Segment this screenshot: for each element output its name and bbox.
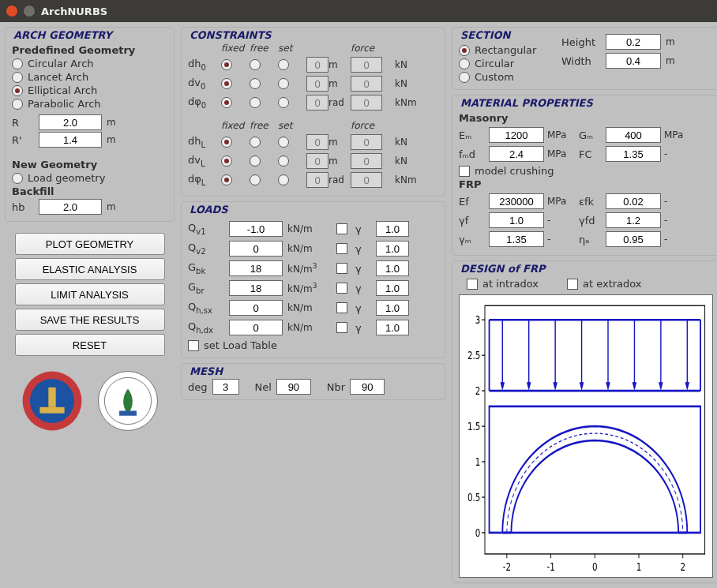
FC-input[interactable]	[606, 146, 661, 162]
load-gamma-input[interactable]	[376, 300, 409, 316]
constraints-hdr-free: free	[250, 120, 278, 131]
constraint-free-radio[interactable]	[250, 78, 261, 89]
constraint-set-radio[interactable]	[278, 78, 289, 89]
gfd-input[interactable]	[606, 212, 661, 228]
constraint-free-radio[interactable]	[250, 59, 261, 70]
load-value-input[interactable]	[229, 221, 283, 237]
load-value-input[interactable]	[229, 280, 283, 296]
radio-load-geometry[interactable]	[12, 173, 23, 184]
Em-input[interactable]	[489, 127, 544, 143]
constraint-set-radio[interactable]	[278, 59, 289, 70]
constraint-force-input[interactable]	[351, 134, 382, 150]
section-width-input[interactable]	[606, 53, 661, 69]
load-gamma-input[interactable]	[376, 260, 409, 276]
load-gamma-checkbox[interactable]	[336, 283, 347, 294]
R-input[interactable]	[39, 114, 102, 130]
radio-section-rect[interactable]	[459, 45, 470, 56]
intradox-checkbox[interactable]	[467, 279, 478, 290]
svg-rect-3	[39, 407, 64, 414]
constraint-fixed-radio[interactable]	[221, 174, 232, 185]
constraint-force-input[interactable]	[351, 172, 382, 188]
constraint-set-radio[interactable]	[278, 137, 289, 148]
constraint-fixed-radio[interactable]	[221, 137, 232, 148]
minimize-icon[interactable]	[24, 6, 35, 17]
Gm-unit: MPa	[664, 129, 685, 140]
constraint-set-input[interactable]	[306, 76, 328, 92]
constraint-set-radio[interactable]	[278, 155, 289, 167]
constraints-hdr-force: force	[351, 120, 395, 131]
fmd-input[interactable]	[489, 146, 544, 162]
mesh-deg-input[interactable]	[212, 379, 239, 395]
radio-parabolic-arch[interactable]	[12, 99, 23, 110]
constraint-fixed-radio[interactable]	[221, 155, 232, 167]
gf-input[interactable]	[489, 212, 544, 228]
load-value-input[interactable]	[229, 241, 283, 257]
constraints-hdr-set: set	[278, 120, 328, 131]
plot-geometry-button[interactable]: PLOT GEOMETRY	[15, 233, 165, 255]
close-icon[interactable]	[6, 6, 17, 17]
na-input[interactable]	[606, 231, 661, 247]
Gm-input[interactable]	[606, 127, 661, 143]
radio-elliptical-arch[interactable]	[12, 85, 23, 96]
load-value-input[interactable]	[229, 320, 283, 335]
extradox-checkbox[interactable]	[567, 279, 578, 290]
load-gamma-checkbox[interactable]	[336, 322, 347, 333]
load-gamma-input[interactable]	[376, 221, 409, 237]
load-gamma-label: γ	[355, 322, 373, 334]
radio-section-cust[interactable]	[459, 72, 470, 83]
radio-section-circ[interactable]	[459, 58, 470, 69]
load-unit: kN/m	[287, 243, 333, 254]
constraint-fixed-radio[interactable]	[221, 97, 232, 108]
load-gamma-checkbox[interactable]	[336, 302, 347, 313]
gm-input[interactable]	[489, 231, 544, 247]
section-width-label: Width	[561, 55, 601, 67]
constraint-free-radio[interactable]	[250, 174, 261, 185]
save-results-button[interactable]: SAVE THE RESULTS	[15, 309, 165, 331]
radio-parabolic-label: Parabolic Arch	[28, 98, 101, 110]
constraint-fixed-radio[interactable]	[221, 59, 232, 70]
radio-circular-arch[interactable]	[12, 58, 23, 69]
constraint-free-radio[interactable]	[250, 137, 261, 148]
radio-lancet-arch[interactable]	[12, 72, 23, 83]
load-gamma-input[interactable]	[376, 320, 409, 335]
Rp-input[interactable]	[39, 132, 102, 148]
constraint-set-input[interactable]	[306, 95, 328, 110]
hb-input[interactable]	[39, 199, 102, 215]
fmd-unit: MPa	[547, 148, 576, 159]
load-gamma-input[interactable]	[376, 241, 409, 257]
Ef-input[interactable]	[489, 193, 544, 209]
mesh-nel-input[interactable]	[276, 379, 311, 395]
load-gamma-checkbox[interactable]	[336, 243, 347, 254]
constraint-force-input[interactable]	[351, 95, 382, 110]
constraint-set-input[interactable]	[306, 57, 328, 73]
constraint-force-input[interactable]	[351, 76, 382, 92]
load-value-input[interactable]	[229, 260, 283, 276]
load-gamma-checkbox[interactable]	[336, 223, 347, 234]
limit-analysis-button[interactable]: LIMIT ANALYSIS	[15, 283, 165, 305]
constraint-set-input[interactable]	[306, 134, 328, 150]
constraint-set-input[interactable]	[306, 172, 328, 188]
constraint-fixed-radio[interactable]	[221, 78, 232, 89]
load-gamma-checkbox[interactable]	[336, 263, 347, 274]
mesh-nbr-input[interactable]	[350, 379, 385, 395]
material-title: MATERIAL PROPERTIES	[459, 97, 595, 109]
arch-geometry-title: ARCH GEOMETRY	[12, 29, 114, 41]
section-height-input[interactable]	[606, 34, 661, 50]
model-crushing-checkbox[interactable]	[459, 166, 470, 177]
set-load-table-checkbox[interactable]	[188, 340, 199, 351]
reset-button[interactable]: RESET	[15, 334, 165, 356]
load-value-input[interactable]	[229, 300, 283, 316]
efk-input[interactable]	[606, 193, 661, 209]
mesh-panel: MESH deg Nel Nbr	[181, 363, 445, 400]
load-gamma-input[interactable]	[376, 280, 409, 296]
constraint-force-input[interactable]	[351, 57, 382, 73]
constraint-free-radio[interactable]	[250, 155, 261, 167]
constraint-force-input[interactable]	[351, 153, 382, 169]
load-unit: kN/m	[287, 322, 333, 333]
constraint-set-input[interactable]	[306, 153, 328, 169]
constraint-set-radio[interactable]	[278, 174, 289, 185]
constraint-free-radio[interactable]	[250, 97, 261, 108]
elastic-analysis-button[interactable]: ELASTIC ANALYSIS	[15, 258, 165, 280]
mesh-deg-label: deg	[188, 381, 208, 393]
constraint-set-radio[interactable]	[278, 97, 289, 108]
